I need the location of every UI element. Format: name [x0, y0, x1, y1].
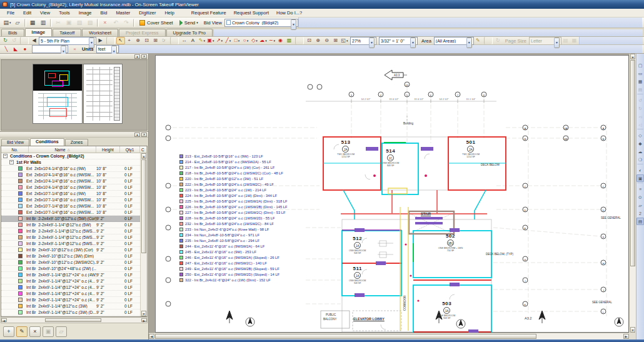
- scroll-right-icon[interactable]: ▶: [623, 334, 629, 339]
- sep[interactable]: [170, 37, 179, 44]
- flip-horizontal-icon[interactable]: ◅: [636, 113, 644, 120]
- page-two-icon[interactable]: 2: [636, 209, 644, 217]
- cloud-markup-icon[interactable]: ☁: [636, 148, 644, 155]
- view-tab[interactable]: Image: [25, 28, 53, 36]
- edit-condition-button[interactable]: ✎: [16, 326, 28, 337]
- view-tab[interactable]: Upgrade To Pro: [166, 29, 213, 36]
- plan-thumbnail-current[interactable]: [33, 64, 83, 124]
- sep[interactable]: [106, 37, 115, 44]
- rectangle-tool-icon[interactable]: □▾: [233, 37, 241, 44]
- digitizer-point-icon[interactable]: ●: [21, 46, 30, 53]
- page-size-select[interactable]: Letter ▼: [529, 37, 561, 45]
- digitizer-line-icon[interactable]: ╲: [2, 46, 11, 53]
- cut-icon[interactable]: ✂: [53, 18, 64, 28]
- flip-vertical-icon[interactable]: ◁: [636, 121, 644, 128]
- menu-item[interactable]: Request Feature: [188, 9, 230, 16]
- condition-row[interactable]: Ext_2x6x10'4-1/4"@16" o.c (9WSW... 10' 8…: [1, 184, 140, 191]
- pane-collapse-button[interactable]: ▴: [134, 54, 140, 59]
- cloud-markup-2-icon[interactable]: ❍: [636, 156, 644, 163]
- takeoff-preset-select[interactable]: ▼: [32, 45, 68, 53]
- condition-row[interactable]: Int Br_2x4x9'-1-1/4"@12"+24" o.c (4... 9…: [1, 297, 140, 303]
- clear-icon[interactable]: ×: [70, 46, 79, 53]
- digitizer-area-icon[interactable]: ◣: [11, 46, 21, 53]
- rotate-right-icon[interactable]: ↻: [636, 104, 644, 112]
- condition-row[interactable]: Ext_2x6x10'4-1/4"@16" o.c (9WSW... 10' 8…: [1, 178, 140, 184]
- copy-icon[interactable]: ▣: [64, 18, 74, 28]
- column-name[interactable]: Name△: [29, 146, 96, 153]
- freehand-tool-icon[interactable]: ∼▾: [268, 37, 276, 44]
- menu-item[interactable]: Image: [74, 9, 96, 16]
- legend-tool-icon[interactable]: ▩: [285, 37, 294, 44]
- redo-icon[interactable]: ↷: [121, 18, 132, 28]
- paste-special-icon[interactable]: ▧: [85, 18, 96, 28]
- grid-overlay-icon[interactable]: ▦: [636, 78, 644, 85]
- condition-row[interactable]: Int Br_2x4x9'-1-1/4"@12"o.c (3W) 9' 2" 0…: [1, 303, 140, 309]
- zoom-percent-select[interactable]: 27% ▼: [350, 37, 376, 45]
- conditions-tab[interactable]: Zones: [65, 139, 88, 146]
- scroll-down-icon[interactable]: ▼: [630, 327, 635, 333]
- scroll-thumb[interactable]: [141, 159, 146, 253]
- erase-outside-icon[interactable]: ◆: [636, 139, 644, 147]
- zoom-area-icon[interactable]: ⊞: [331, 37, 340, 44]
- collapse-icon[interactable]: −: [9, 160, 14, 164]
- condition-row[interactable]: Int Br_2x4x9'-1-1/4"@12"+24" o.c (4... 9…: [1, 291, 140, 297]
- magnifier-window-icon[interactable]: ⊙: [636, 193, 644, 201]
- sep[interactable]: [484, 37, 493, 44]
- send-button[interactable]: Send ▾: [176, 18, 201, 28]
- plan-hscrollbar[interactable]: ◀ ▶: [149, 333, 629, 339]
- condition-row[interactable]: Int Br_2x4x9'-1-1/4"@12"o.c (3W) (D... 9…: [1, 309, 140, 316]
- sep[interactable]: [97, 19, 99, 27]
- next-page-icon[interactable]: ▶: [96, 37, 105, 44]
- sep[interactable]: [637, 129, 643, 131]
- plan-viewport[interactable]: 213 - Ext_2x6x8'-10-5/8"@16" o.c (9W) - …: [149, 54, 636, 339]
- line-tool-icon[interactable]: ╱▾: [224, 37, 233, 44]
- scroll-left-icon[interactable]: ◀: [149, 334, 154, 339]
- invert-contrast-icon[interactable]: ◐: [636, 166, 644, 174]
- menu-item[interactable]: Request Support: [230, 9, 273, 16]
- rotate-left-icon[interactable]: ↺: [636, 96, 644, 104]
- scroll-thumb[interactable]: [155, 334, 536, 339]
- conditions-vscrollbar[interactable]: ▲ ▼: [140, 153, 147, 316]
- column-qty1[interactable]: Qty1: [120, 146, 140, 153]
- print-icon[interactable]: ▦: [28, 18, 38, 28]
- menu-item[interactable]: How Do I...?: [273, 9, 306, 16]
- condition-row[interactable]: Int Br_2x4x9'-10"@12"o.c (3WSW2C)... 9' …: [1, 259, 140, 266]
- condition-row[interactable]: Ext_2x6x10'7-1/4"@16" o.c (9WSW... 10' 8…: [1, 209, 140, 216]
- plan-thumbnail-next[interactable]: [83, 64, 123, 124]
- conditions-tab[interactable]: Bid View: [1, 139, 29, 146]
- plan-sheet[interactable]: 213 - Ext_2x6x8'-10-5/8"@16" o.c (9W) - …: [155, 55, 629, 333]
- delete-condition-button[interactable]: ×: [29, 326, 41, 337]
- refresh-stop-icon[interactable]: ↺: [10, 37, 19, 44]
- scroll-up-icon[interactable]: ▲: [141, 153, 146, 159]
- highlighter-tool-icon[interactable]: ✎▾: [198, 37, 206, 44]
- sep[interactable]: [637, 94, 643, 96]
- cover-sheet-button[interactable]: Cover Sheet: [136, 18, 176, 28]
- layers-icon[interactable]: ▱: [636, 201, 644, 209]
- sep[interactable]: [24, 19, 26, 27]
- page-select[interactable]: 5 - 5th Flr Plan ▼: [39, 37, 96, 45]
- scale-select[interactable]: 3/32" = 1' 0" ▼: [379, 37, 418, 45]
- new-page-icon[interactable]: ▤: [561, 37, 570, 44]
- duplicate-condition-button[interactable]: ▣: [43, 326, 54, 337]
- add-condition-button[interactable]: +: [3, 326, 14, 337]
- arrow-tool-icon[interactable]: ↗▾: [215, 37, 224, 44]
- zoom-out-icon[interactable]: ⊖: [323, 37, 331, 44]
- zoom-previous-icon[interactable]: ◱▾: [340, 37, 349, 44]
- dimension-tool-icon[interactable]: ↔: [180, 37, 189, 44]
- polygon-tool-icon[interactable]: ◇▾: [250, 37, 259, 44]
- menu-item[interactable]: Tools: [54, 9, 74, 16]
- legend-panel-icon[interactable]: ▤: [636, 218, 644, 225]
- condition-row[interactable]: Int Br_2x4x9'-1-1/4"@12"+24" o.c (4... 9…: [1, 284, 140, 291]
- undo-icon[interactable]: ↶: [111, 18, 121, 28]
- pane-collapse-button[interactable]: ▴: [134, 133, 140, 137]
- condition-row[interactable]: Ext_2x6x10'4-1/4"@16" o.c (9WSW... 10' 8…: [1, 172, 140, 178]
- scroll-thumb[interactable]: [630, 60, 635, 266]
- column-no[interactable]: No.: [1, 146, 29, 153]
- previous-page-icon[interactable]: ◀: [30, 37, 39, 44]
- condition-row[interactable]: Int Br_2x4x9'-10"@24"+48"o.c (2W) (... 0…: [1, 266, 140, 272]
- open-icon[interactable]: ▱: [13, 18, 23, 28]
- condition-row[interactable]: Int Br_2x4x9'-1-1/4"@12"+24" o.c (4... 9…: [1, 278, 140, 284]
- fit-page-icon[interactable]: ⊡: [305, 37, 314, 44]
- magic-wand-icon[interactable]: ✎: [474, 37, 483, 44]
- condition-row[interactable]: Ext_2x6x10'4-1/4"@16" o.c (9W) 10' 8" 0 …: [1, 166, 140, 172]
